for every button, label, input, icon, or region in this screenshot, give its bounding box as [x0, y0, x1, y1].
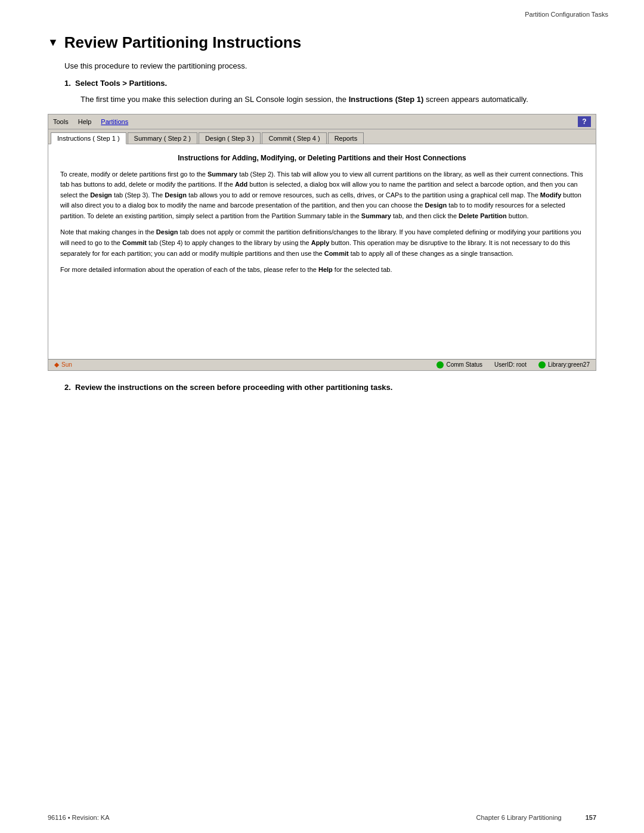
ui-para1: To create, modify or delete partitions f… — [60, 169, 584, 222]
triangle-icon: ▼ — [48, 36, 58, 49]
ui-para3: For more detailed information about the … — [60, 265, 584, 275]
footer-left: 96116 • Revision: KA — [48, 814, 110, 821]
library-status: Library:green27 — [538, 361, 590, 368]
page-footer: 96116 • Revision: KA Chapter 6 Library P… — [48, 814, 596, 821]
page-header: Partition Configuration Tasks — [0, 0, 644, 21]
page-title: Review Partitioning Instructions — [64, 33, 301, 52]
intro-text: Use this procedure to review the partiti… — [64, 61, 596, 70]
ui-tabs: Instructions ( Step 1 ) Summary ( Step 2… — [48, 129, 596, 144]
tab-design[interactable]: Design ( Step 3 ) — [199, 132, 261, 144]
ui-body: Instructions for Adding, Modifying, or D… — [48, 144, 596, 359]
main-content: ▼ Review Partitioning Instructions Use t… — [0, 21, 644, 416]
ui-content-title: Instructions for Adding, Modifying, or D… — [60, 154, 584, 162]
tab-commit[interactable]: Commit ( Step 4 ) — [262, 132, 326, 144]
tab-summary[interactable]: Summary ( Step 2 ) — [128, 132, 197, 144]
ui-menubar: Tools Help Partitions ? — [48, 114, 596, 129]
menu-partitions[interactable]: Partitions — [101, 118, 128, 125]
step1-desc: The first time you make this selection d… — [80, 94, 596, 106]
user-id-label: UserID: root — [494, 361, 527, 368]
comm-status-label: Comm Status — [446, 361, 482, 368]
step2-text: Review the instructions on the screen be… — [75, 383, 392, 392]
step1-heading-text: Select Tools > Partitions. — [75, 79, 167, 88]
sun-logo: ◆ Sun — [54, 361, 72, 368]
footer-chapter: Chapter 6 Library Partitioning — [476, 814, 562, 821]
step2-heading: 2. Review the instructions on the screen… — [64, 383, 596, 392]
sun-label: Sun — [61, 361, 72, 368]
library-label: Library:green27 — [548, 361, 590, 368]
menu-tools[interactable]: Tools — [53, 118, 69, 125]
tab-instructions[interactable]: Instructions ( Step 1 ) — [51, 132, 126, 144]
user-id: UserID: root — [494, 361, 527, 368]
section-title: ▼ Review Partitioning Instructions — [48, 33, 596, 52]
comm-status-dot — [436, 361, 444, 368]
library-status-dot — [538, 361, 546, 368]
footer-page: 157 — [586, 814, 596, 821]
help-button[interactable]: ? — [578, 116, 591, 127]
header-title: Partition Configuration Tasks — [525, 11, 608, 18]
ui-statusbar: ◆ Sun Comm Status UserID: root Library:g… — [48, 359, 596, 370]
tab-reports[interactable]: Reports — [328, 132, 364, 144]
comm-status: Comm Status — [436, 361, 482, 368]
step1-heading: 1. Select Tools > Partitions. — [64, 79, 596, 88]
menu-help[interactable]: Help — [78, 118, 92, 125]
footer-right: Chapter 6 Library Partitioning 157 — [476, 814, 596, 821]
ui-para2: Note that making changes in the Design t… — [60, 227, 584, 259]
ui-window: Tools Help Partitions ? Instructions ( S… — [48, 114, 596, 371]
